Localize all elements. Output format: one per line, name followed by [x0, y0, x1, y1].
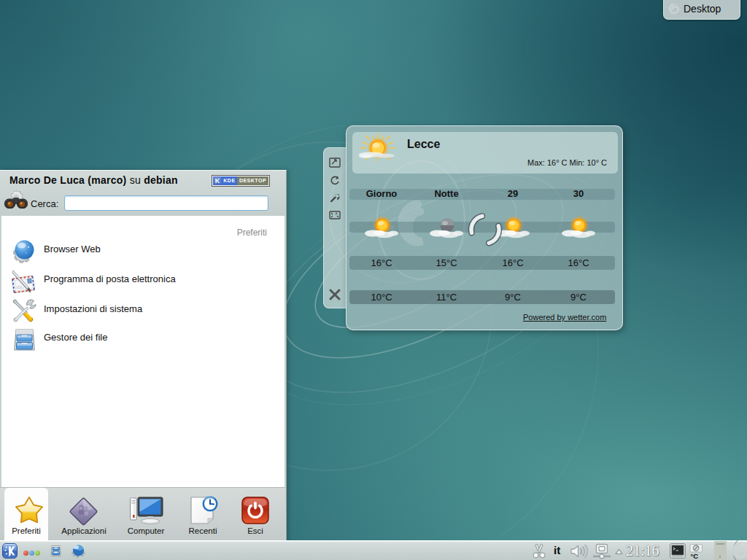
- svg-text:°C: °C: [691, 552, 699, 559]
